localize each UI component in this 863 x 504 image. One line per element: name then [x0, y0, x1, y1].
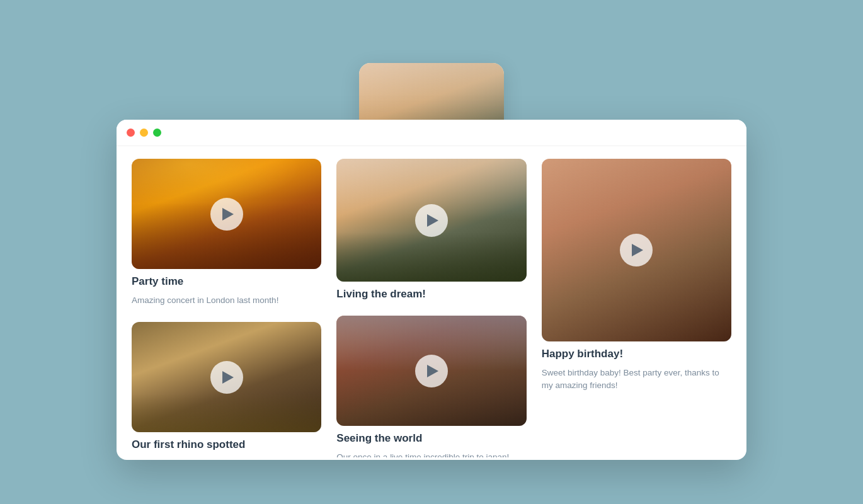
column-2: Living the dream! Seeing the world Our o… [336, 159, 526, 457]
video-card-living-dream: Living the dream! [336, 159, 526, 301]
play-button-rhino[interactable] [210, 361, 243, 394]
video-thumbnail-mountain[interactable] [336, 159, 526, 282]
card-title-party-time: Party time [132, 275, 321, 288]
column-1: Party time Amazing concert in London las… [132, 159, 321, 457]
traffic-light-green[interactable] [153, 129, 161, 137]
column-3: Happy birthday! Sweet birthday baby! Bes… [542, 159, 731, 457]
video-thumbnail-japan[interactable] [336, 316, 526, 426]
play-button-concert[interactable] [210, 198, 243, 231]
card-desc-party-time: Amazing concert in London last month! [132, 294, 321, 307]
card-title-seeing-world: Seeing the world [336, 432, 526, 445]
video-thumbnail-rhino[interactable] [132, 322, 321, 432]
play-button-japan[interactable] [415, 355, 448, 387]
video-card-birthday: Happy birthday! Sweet birthday baby! Bes… [542, 159, 731, 392]
content-area: Party time Amazing concert in London las… [117, 146, 746, 457]
traffic-light-red[interactable] [127, 129, 135, 137]
video-card-rhino: Our first rhino spotted Trip to Africa [132, 322, 321, 457]
outer-wrapper: Party time Amazing concert in London las… [117, 63, 746, 441]
card-desc-seeing-world: Our once in a live time incredible trip … [336, 451, 526, 457]
video-card-seeing-world: Seeing the world Our once in a live time… [336, 316, 526, 457]
card-title-birthday: Happy birthday! [542, 348, 731, 360]
play-button-mountain[interactable] [415, 204, 448, 237]
traffic-light-yellow[interactable] [140, 129, 148, 137]
play-button-birthday[interactable] [620, 234, 653, 266]
card-title-rhino: Our first rhino spotted [132, 438, 321, 451]
video-thumbnail-birthday[interactable] [542, 159, 731, 341]
grid-layout: Party time Amazing concert in London las… [132, 159, 731, 457]
video-thumbnail-concert[interactable] [132, 159, 321, 269]
video-card-party-time: Party time Amazing concert in London las… [132, 159, 321, 307]
title-bar [117, 120, 746, 146]
card-desc-birthday: Sweet birthday baby! Best party ever, th… [542, 367, 731, 392]
card-title-living-dream: Living the dream! [336, 288, 526, 301]
app-window: Party time Amazing concert in London las… [117, 120, 746, 460]
